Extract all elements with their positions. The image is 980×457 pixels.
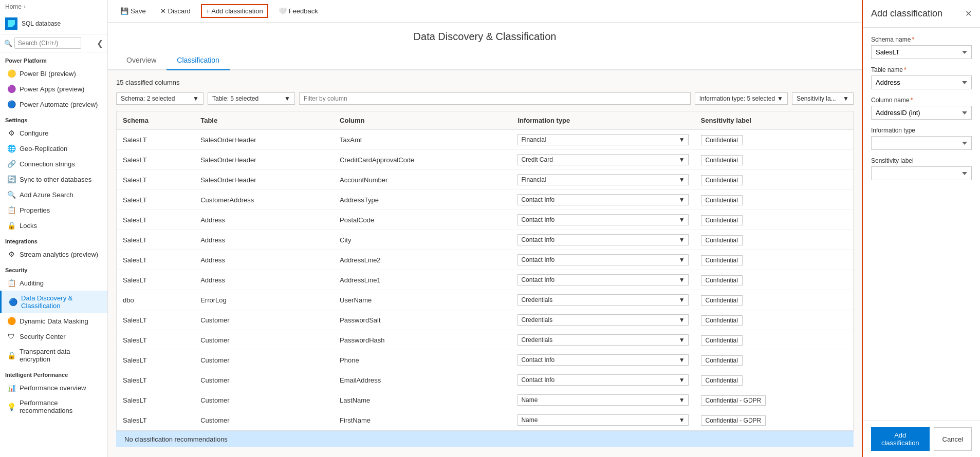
info-type-label: Information type — [871, 127, 972, 134]
table-row: SalesLT SalesOrderHeader CreditCardAppro… — [117, 150, 853, 170]
sidebar-item-geo-replication[interactable]: 🌐 Geo-Replication — [0, 141, 107, 156]
cell-info-type[interactable]: Credit Card ▼ — [511, 150, 694, 170]
sidebar-item-performance-recommendations[interactable]: 💡 Performance recommendations — [0, 395, 107, 418]
security-center-icon: 🛡 — [7, 332, 15, 340]
sidebar-item-label: Transparent data encryption — [20, 348, 102, 363]
discard-button[interactable]: ✕ Discard — [156, 5, 195, 17]
sidebar-item-label: Performance overview — [20, 384, 86, 392]
cell-column: PasswordHash — [334, 330, 511, 350]
cell-info-type[interactable]: Contact Info ▼ — [511, 270, 694, 290]
cell-info-type[interactable]: Contact Info ▼ — [511, 370, 694, 390]
auditing-icon: 📋 — [7, 279, 15, 287]
sensitivity-filter-dropdown[interactable]: Sensitivity la... ▼ — [792, 92, 854, 105]
sidebar-item-sync-databases[interactable]: 🔄 Sync to other databases — [0, 172, 107, 187]
feedback-button[interactable]: 🤍 Feedback — [274, 5, 322, 17]
cell-column: PasswordSalt — [334, 310, 511, 330]
sidebar-item-power-apps[interactable]: 🟣 Power Apps (preview) — [0, 81, 107, 97]
azure-search-icon: 🔍 — [7, 191, 15, 199]
column-name-select[interactable]: AddressID (int) AddressLine1 AddressLine… — [871, 106, 972, 120]
sidebar-item-security-center[interactable]: 🛡 Security Center — [0, 329, 107, 344]
sidebar-item-azure-search[interactable]: 🔍 Add Azure Search — [0, 187, 107, 202]
sidebar-item-locks[interactable]: 🔒 Locks — [0, 218, 107, 233]
info-type-select[interactable]: Financial Credit Card Contact Info Crede… — [871, 136, 972, 150]
sidebar-item-properties[interactable]: 📋 Properties — [0, 202, 107, 218]
cell-sensitivity: Confidential — [695, 250, 853, 270]
table-row: SalesLT Address PostalCode Contact Info … — [117, 210, 853, 230]
performance-overview-icon: 📊 — [7, 384, 15, 392]
info-type-chevron-icon: ▼ — [679, 316, 685, 323]
cell-table: Address — [194, 210, 334, 230]
col-header-column: Column — [334, 111, 511, 130]
collapse-button[interactable]: ❮ — [97, 39, 103, 48]
table-row: SalesLT SalesOrderHeader TaxAmt Financia… — [117, 130, 853, 150]
tab-overview[interactable]: Overview — [116, 51, 167, 70]
col-header-table: Table — [194, 111, 334, 130]
cell-schema: SalesLT — [117, 190, 194, 210]
tabs-bar: Overview Classification — [108, 51, 862, 70]
cell-schema: SalesLT — [117, 130, 194, 150]
cell-info-type[interactable]: Name ▼ — [511, 390, 694, 410]
breadcrumb-home[interactable]: Home — [5, 3, 22, 10]
cell-table: Customer — [194, 410, 334, 430]
sensitivity-badge: Confidential — [701, 355, 743, 366]
cell-info-type[interactable]: Credentials ▼ — [511, 290, 694, 310]
sidebar-item-performance-overview[interactable]: 📊 Performance overview — [0, 380, 107, 395]
info-type-chevron-icon: ▼ — [679, 276, 685, 283]
cell-info-type[interactable]: Financial ▼ — [511, 130, 694, 150]
info-type-chevron-icon: ▼ — [679, 356, 685, 364]
sensitivity-label-select[interactable]: Confidential Confidential - GDPR Public — [871, 166, 972, 180]
sensitivity-badge: Confidential — [701, 255, 743, 265]
cell-info-type[interactable]: Contact Info ▼ — [511, 350, 694, 370]
data-discovery-icon: 🔵 — [9, 298, 17, 306]
sidebar-item-label: Performance recommendations — [20, 399, 102, 414]
cell-info-type[interactable]: Financial ▼ — [511, 170, 694, 190]
sidebar-item-label: Add Azure Search — [20, 191, 73, 199]
cell-info-type[interactable]: Contact Info ▼ — [511, 250, 694, 270]
sidebar-item-stream-analytics[interactable]: ⚙ Stream analytics (preview) — [0, 246, 107, 262]
info-type-chevron-icon: ▼ — [679, 296, 685, 303]
sidebar-item-connection-strings[interactable]: 🔗 Connection strings — [0, 156, 107, 172]
sensitivity-badge: Confidential — [701, 195, 743, 205]
cell-sensitivity: Confidential — [695, 270, 853, 290]
column-filter-input[interactable] — [299, 92, 691, 105]
col-header-info-type: Information type — [511, 111, 694, 130]
cell-info-type[interactable]: Contact Info ▼ — [511, 210, 694, 230]
info-type-chevron-icon: ▼ — [679, 336, 685, 344]
cell-info-type[interactable]: Credentials ▼ — [511, 310, 694, 330]
tab-classification[interactable]: Classification — [167, 51, 229, 70]
info-type-value: Contact Info — [521, 196, 554, 203]
dynamic-masking-icon: 🟠 — [7, 317, 15, 325]
add-classification-panel: Add classification ✕ Schema name* SalesL… — [862, 0, 980, 457]
cell-sensitivity: Confidential — [695, 190, 853, 210]
cell-info-type[interactable]: Contact Info ▼ — [511, 190, 694, 210]
cell-info-type[interactable]: Credentials ▼ — [511, 330, 694, 350]
table-filter-dropdown[interactable]: Table: 5 selected ▼ — [208, 92, 295, 105]
panel-cancel-button[interactable]: Cancel — [934, 427, 972, 451]
sidebar-item-power-automate[interactable]: 🔵 Power Automate (preview) — [0, 97, 107, 112]
sidebar-item-power-bi[interactable]: 🟡 Power BI (preview) — [0, 66, 107, 81]
cell-column: AccountNumber — [334, 170, 511, 190]
breadcrumb: Home › — [0, 0, 107, 13]
sidebar-item-configure[interactable]: ⚙ Configure — [0, 125, 107, 141]
add-classification-button[interactable]: + Add classification — [201, 4, 268, 18]
table-row: SalesLT SalesOrderHeader AccountNumber F… — [117, 170, 853, 190]
panel-add-classification-button[interactable]: Add classification — [871, 427, 930, 451]
sidebar-item-data-discovery[interactable]: 🔵 Data Discovery & Classification — [0, 291, 107, 313]
schema-filter-dropdown[interactable]: Schema: 2 selected ▼ — [116, 92, 204, 105]
sidebar-item-label: Power Apps (preview) — [20, 85, 84, 93]
sidebar-item-auditing[interactable]: 📋 Auditing — [0, 275, 107, 291]
search-input[interactable] — [14, 37, 81, 49]
classified-count: 15 classified columns — [116, 79, 854, 86]
schema-name-select[interactable]: SalesLT dbo — [871, 45, 972, 59]
table-name-select[interactable]: Address Customer CustomerAddress ErrorLo… — [871, 75, 972, 89]
save-button[interactable]: 💾 Save — [116, 5, 150, 17]
sensitivity-badge: Confidential - GDPR — [701, 415, 766, 426]
cell-info-type[interactable]: Name ▼ — [511, 410, 694, 430]
cell-sensitivity: Confidential — [695, 310, 853, 330]
table-row: SalesLT Address AddressLine2 Contact Inf… — [117, 250, 853, 270]
cell-info-type[interactable]: Contact Info ▼ — [511, 230, 694, 250]
info-type-filter-dropdown[interactable]: Information type: 5 selected ▼ — [695, 92, 788, 105]
sidebar-item-dynamic-masking[interactable]: 🟠 Dynamic Data Masking — [0, 313, 107, 329]
sidebar-item-transparent-encryption[interactable]: 🔒 Transparent data encryption — [0, 344, 107, 367]
panel-close-button[interactable]: ✕ — [965, 9, 972, 18]
